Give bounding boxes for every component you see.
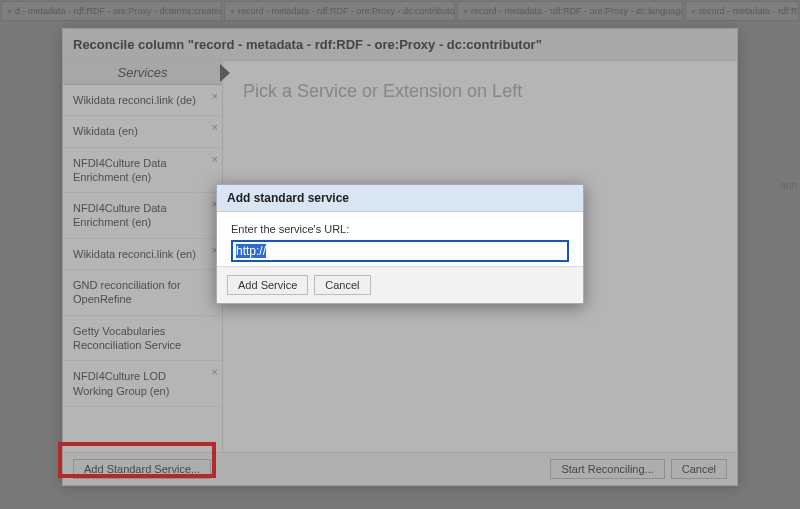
modal-cancel-button[interactable]: Cancel xyxy=(314,275,370,295)
add-service-modal: Add standard service Enter the service's… xyxy=(216,184,584,304)
url-label: Enter the service's URL: xyxy=(231,223,349,235)
service-url-input[interactable] xyxy=(231,240,569,262)
modal-title: Add standard service xyxy=(217,185,583,212)
add-service-button[interactable]: Add Service xyxy=(227,275,308,295)
